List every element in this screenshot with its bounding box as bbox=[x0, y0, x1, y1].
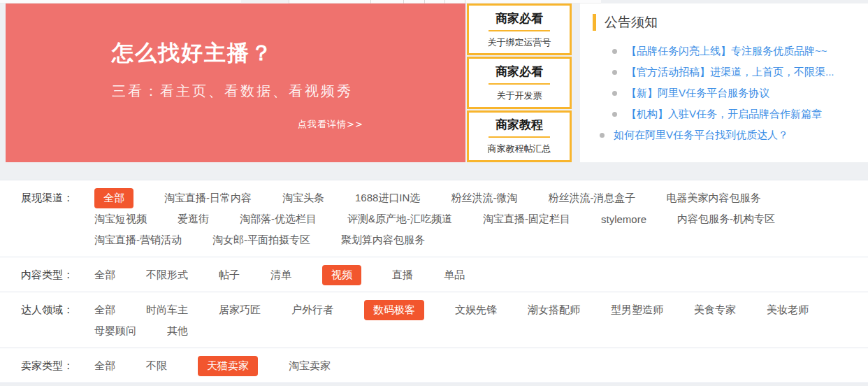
merchant-notice-card[interactable]: 商家必看关于开发票 bbox=[467, 57, 572, 108]
filter-option-selected[interactable]: 数码极客 bbox=[364, 300, 424, 320]
top-section: 怎么找好主播？ 三看：看主页、看数据、看视频秀 点我看详情>> 商家必看关于绑定… bbox=[0, 3, 868, 162]
filter-line: 全部时尚车主居家巧匠户外行者数码极客文娱先锋潮女搭配师型男塑造师美食专家美妆老师 bbox=[94, 299, 809, 320]
filter-option[interactable]: 母婴顾问 bbox=[94, 324, 136, 338]
filter-panel: 展现渠道：全部淘宝直播-日常内容淘宝头条1688进口IN选粉丝洪流-微淘粉丝洪流… bbox=[0, 180, 868, 383]
filter-option[interactable]: 淘宝卖家 bbox=[289, 359, 331, 373]
filter-option[interactable]: 美妆老师 bbox=[767, 303, 809, 317]
filter-label: 内容类型： bbox=[21, 264, 94, 285]
filter-row: 卖家类型：全部不限天猫卖家淘宝卖家 bbox=[0, 348, 868, 383]
filter-option[interactable]: 文娱先锋 bbox=[455, 303, 497, 317]
filter-option[interactable]: 时尚车主 bbox=[146, 303, 188, 317]
filter-line: 全部不限天猫卖家淘宝卖家 bbox=[94, 355, 331, 376]
filter-line: 全部不限形式帖子清单视频直播单品 bbox=[94, 264, 465, 285]
merchant-notice-card[interactable]: 商家教程商家教程帖汇总 bbox=[467, 110, 572, 162]
filter-option[interactable]: 潮女搭配师 bbox=[528, 303, 580, 317]
filter-option[interactable]: 户外行者 bbox=[291, 303, 333, 317]
filter-option[interactable]: 评测&原产地-汇吃频道 bbox=[347, 213, 452, 226]
filter-option[interactable]: 型男塑造师 bbox=[611, 303, 663, 317]
filter-option[interactable]: 聚划算内容包服务 bbox=[341, 234, 425, 247]
header-accent-bar bbox=[593, 14, 596, 31]
filter-option[interactable]: 不限形式 bbox=[146, 269, 188, 282]
notice-card-title: 商家必看 bbox=[469, 10, 570, 27]
filter-option-selected[interactable]: 视频 bbox=[322, 265, 361, 285]
filter-lines: 全部淘宝直播-日常内容淘宝头条1688进口IN选粉丝洪流-微淘粉丝洪流-消息盒子… bbox=[94, 187, 775, 250]
filter-line: 淘宝短视频爱逛街淘部落-优选栏目评测&原产地-汇吃频道淘宝直播-固定栏目styl… bbox=[94, 208, 775, 229]
announcements-title: 公告须知 bbox=[605, 13, 658, 31]
bullet-icon bbox=[612, 91, 617, 96]
bullet-icon bbox=[600, 133, 605, 138]
banner-cta-link[interactable]: 点我看详情>> bbox=[298, 118, 363, 131]
filter-option[interactable]: 电器美家内容包服务 bbox=[666, 192, 760, 205]
notice-card-title: 商家教程 bbox=[469, 117, 570, 133]
filter-row: 展现渠道：全部淘宝直播-日常内容淘宝头条1688进口IN选粉丝洪流-微淘粉丝洪流… bbox=[0, 180, 868, 257]
filter-lines: 全部时尚车主居家巧匠户外行者数码极客文娱先锋潮女搭配师型男塑造师美食专家美妆老师… bbox=[94, 299, 809, 341]
announcement-item: 【机构】入驻V任务，开启品牌合作新篇章 bbox=[593, 103, 862, 124]
announcement-link[interactable]: 【新】阿里V任务平台服务协议 bbox=[626, 87, 769, 100]
filter-line: 全部淘宝直播-日常内容淘宝头条1688进口IN选粉丝洪流-微淘粉丝洪流-消息盒子… bbox=[94, 187, 775, 208]
section-gap bbox=[0, 162, 868, 180]
filter-option[interactable]: 淘宝直播-日常内容 bbox=[164, 192, 252, 205]
filter-label: 卖家类型： bbox=[21, 355, 94, 376]
announcement-link[interactable]: 【机构】入驻V任务，开启品牌合作新篇章 bbox=[626, 108, 822, 121]
bullet-icon bbox=[612, 70, 617, 75]
filter-option[interactable]: 全部 bbox=[94, 303, 115, 317]
filter-row: 内容类型：全部不限形式帖子清单视频直播单品 bbox=[0, 257, 868, 292]
filter-label: 达人领域： bbox=[21, 299, 94, 341]
filter-lines: 全部不限天猫卖家淘宝卖家 bbox=[94, 355, 331, 376]
filter-row: 达人领域：全部时尚车主居家巧匠户外行者数码极客文娱先锋潮女搭配师型男塑造师美食专… bbox=[0, 292, 868, 348]
filter-option[interactable]: 单品 bbox=[444, 269, 465, 282]
filter-option-selected[interactable]: 全部 bbox=[94, 188, 133, 208]
filter-option[interactable]: 爱逛街 bbox=[178, 213, 209, 226]
bullet-icon bbox=[612, 112, 617, 117]
promo-banner[interactable]: 怎么找好主播？ 三看：看主页、看数据、看视频秀 点我看详情>> bbox=[6, 3, 465, 162]
filter-option[interactable]: 淘宝短视频 bbox=[94, 213, 147, 226]
filter-lines: 全部不限形式帖子清单视频直播单品 bbox=[94, 264, 465, 285]
announcements-list: 【品牌任务闪亮上线】专注服务优质品牌~~【官方活动招稿】进渠道，上首页，不限渠.… bbox=[593, 41, 862, 145]
filter-option[interactable]: 内容包服务-机构专区 bbox=[677, 213, 775, 226]
filter-option[interactable]: stylemore bbox=[601, 213, 646, 225]
filter-option[interactable]: 美食专家 bbox=[694, 303, 736, 317]
announcements-header: 公告须知 bbox=[593, 13, 862, 31]
notice-card-subtitle: 商家教程帖汇总 bbox=[469, 143, 570, 155]
filter-option[interactable]: 淘宝直播-营销活动 bbox=[94, 234, 182, 247]
announcement-link[interactable]: 【官方活动招稿】进渠道，上首页，不限渠... bbox=[626, 66, 834, 79]
filter-option[interactable]: 全部 bbox=[94, 269, 115, 282]
notice-card-underline bbox=[489, 136, 550, 138]
notice-card-subtitle: 关于开发票 bbox=[469, 90, 570, 102]
filter-option[interactable]: 全部 bbox=[94, 359, 115, 373]
announcement-item: 如何在阿里V任务平台找到优质达人？ bbox=[593, 124, 862, 145]
notice-cards: 商家必看关于绑定运营号商家必看关于开发票商家教程商家教程帖汇总 bbox=[467, 3, 572, 162]
filter-option[interactable]: 清单 bbox=[270, 269, 291, 282]
filter-line: 淘宝直播-营销活动淘女郎-平面拍摄专区聚划算内容包服务 bbox=[94, 229, 775, 250]
filter-option[interactable]: 淘女郎-平面拍摄专区 bbox=[212, 234, 310, 247]
filter-option[interactable]: 淘宝直播-固定栏目 bbox=[483, 213, 570, 226]
filter-option[interactable]: 居家巧匠 bbox=[219, 303, 261, 317]
announcement-link[interactable]: 如何在阿里V任务平台找到优质达人？ bbox=[614, 129, 788, 142]
filter-option[interactable]: 粉丝洪流-微淘 bbox=[451, 192, 517, 205]
announcements-panel: 公告须知 【品牌任务闪亮上线】专注服务优质品牌~~【官方活动招稿】进渠道，上首页… bbox=[580, 3, 868, 162]
announcement-item: 【品牌任务闪亮上线】专注服务优质品牌~~ bbox=[593, 41, 862, 62]
announcement-item: 【新】阿里V任务平台服务协议 bbox=[593, 83, 862, 103]
notice-card-subtitle: 关于绑定运营号 bbox=[469, 36, 570, 49]
filter-label: 展现渠道： bbox=[21, 187, 94, 250]
banner-subtitle: 三看：看主页、看数据、看视频秀 bbox=[112, 82, 353, 101]
announcement-link[interactable]: 【品牌任务闪亮上线】专注服务优质品牌~~ bbox=[626, 45, 827, 58]
banner-title: 怎么找好主播？ bbox=[112, 38, 273, 68]
filter-option[interactable]: 直播 bbox=[392, 269, 413, 282]
filter-option[interactable]: 帖子 bbox=[219, 269, 240, 282]
notice-card-title: 商家必看 bbox=[469, 64, 570, 80]
filter-option[interactable]: 粉丝洪流-消息盒子 bbox=[548, 192, 635, 205]
announcement-item: 【官方活动招稿】进渠道，上首页，不限渠... bbox=[593, 62, 862, 83]
filter-option[interactable]: 淘部落-优选栏目 bbox=[240, 213, 317, 226]
filter-option[interactable]: 其他 bbox=[167, 324, 188, 338]
filter-line: 母婴顾问其他 bbox=[94, 320, 809, 341]
filter-option[interactable]: 不限 bbox=[146, 359, 167, 373]
filter-option[interactable]: 淘宝头条 bbox=[282, 192, 324, 205]
merchant-notice-card[interactable]: 商家必看关于绑定运营号 bbox=[467, 3, 572, 55]
notice-card-underline bbox=[489, 30, 550, 31]
bullet-icon bbox=[612, 49, 617, 54]
filter-option[interactable]: 1688进口IN选 bbox=[355, 192, 420, 205]
notice-card-underline bbox=[489, 83, 550, 85]
filter-option-selected[interactable]: 天猫卖家 bbox=[198, 356, 258, 376]
